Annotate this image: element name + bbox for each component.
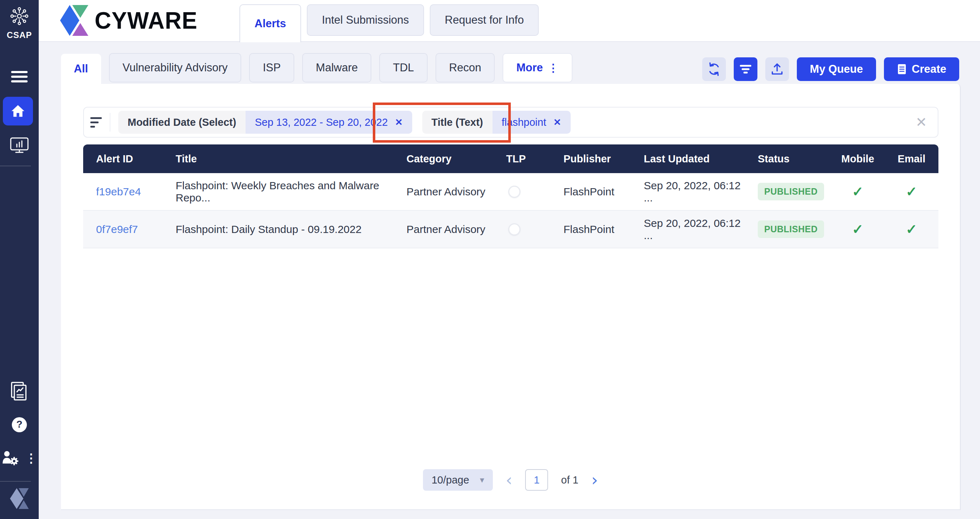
total-pages-label: of 1 <box>561 474 578 486</box>
export-button[interactable] <box>765 57 789 81</box>
tab-more[interactable]: More ⋮ <box>503 53 572 83</box>
brand-name: CYWARE <box>95 7 197 34</box>
alert-category: Partner Advisory <box>394 186 493 198</box>
brand-logo: CYWARE <box>59 4 197 37</box>
app-root: CSAP <box>0 0 980 519</box>
filter-chip-date-range[interactable]: Sep 13, 2022 - Sep 20, 2022 ✕ <box>245 111 412 134</box>
svg-text:?: ? <box>16 419 22 430</box>
category-tabs: All Vulnerability Advisory ISP Malware T… <box>61 53 573 84</box>
email-check-icon: ✓ <box>906 184 917 199</box>
table-row[interactable]: f19eb7e4 Flashpoint: Weekly Breaches and… <box>83 173 939 211</box>
alert-last-updated: Sep 20, 2022, 06:12 ... <box>631 180 746 204</box>
remove-date-filter-icon[interactable]: ✕ <box>395 117 403 128</box>
create-button[interactable]: Create <box>884 57 959 81</box>
alert-id-link[interactable]: f19eb7e4 <box>96 186 141 197</box>
user-gear-icon <box>2 449 21 466</box>
menu-toggle-button[interactable] <box>0 69 39 84</box>
filter-lines-icon[interactable] <box>90 117 103 127</box>
column-header-category: Category <box>394 153 493 165</box>
my-queue-button[interactable]: My Queue <box>797 57 876 81</box>
column-header-last-updated: Last Updated <box>631 153 746 165</box>
mobile-check-icon: ✓ <box>852 222 864 237</box>
tab-all[interactable]: All <box>61 54 101 84</box>
create-doc-icon <box>897 64 907 75</box>
filter-icon <box>739 64 752 75</box>
alerts-panel: Modified Date (Select) Sep 13, 2022 - Se… <box>61 84 961 510</box>
refresh-button[interactable] <box>702 57 726 81</box>
filter-button[interactable] <box>734 57 757 81</box>
alert-category: Partner Advisory <box>394 223 493 236</box>
tab-tdl[interactable]: TDL <box>379 53 428 83</box>
filter-bar: Modified Date (Select) Sep 13, 2022 - Se… <box>83 107 939 138</box>
tlp-white-indicator <box>508 223 520 236</box>
column-header-email: Email <box>885 153 939 165</box>
upload-icon <box>770 62 784 77</box>
dashboard-monitor-icon <box>10 137 29 154</box>
column-header-tlp: TLP <box>493 153 550 165</box>
main-tabs: Alerts Intel Submissions Request for Inf… <box>239 4 539 42</box>
filter-title: Title (Text) flashpoint ✕ <box>422 111 571 134</box>
tab-malware[interactable]: Malware <box>302 53 371 83</box>
kebab-menu-icon[interactable]: ⋮ <box>25 452 37 464</box>
status-badge: PUBLISHED <box>758 220 824 238</box>
filter-modified-date: Modified Date (Select) Sep 13, 2022 - Se… <box>118 111 412 134</box>
page-size-select[interactable]: 10/page ▾ <box>423 469 493 491</box>
more-kebab-icon: ⋮ <box>548 62 559 74</box>
tab-request-for-info[interactable]: Request for Info <box>430 4 539 36</box>
alert-id-link[interactable]: 0f7e9ef7 <box>96 223 138 235</box>
column-header-status: Status <box>746 153 831 165</box>
sidebar-divider-bottom <box>0 481 31 482</box>
cyware-sidebar-logo <box>0 487 39 510</box>
alerts-table: Alert ID Title Category TLP Publisher La… <box>83 145 939 248</box>
home-icon <box>10 103 26 119</box>
caret-down-icon: ▾ <box>480 475 484 485</box>
sidebar: CSAP <box>0 0 39 519</box>
status-badge: PUBLISHED <box>758 183 824 201</box>
clear-filters-icon[interactable]: ✕ <box>915 114 927 130</box>
sidebar-divider <box>0 166 31 166</box>
mobile-check-icon: ✓ <box>852 184 864 199</box>
column-header-title: Title <box>163 153 394 165</box>
filter-label-modified-date: Modified Date (Select) <box>118 111 245 134</box>
refresh-icon <box>706 62 722 77</box>
next-page-icon[interactable]: › <box>592 472 598 488</box>
tab-alerts[interactable]: Alerts <box>239 4 301 42</box>
csap-network-icon <box>9 6 30 27</box>
product-name: CSAP <box>0 30 39 40</box>
filter-chip-title[interactable]: flashpoint ✕ <box>493 111 571 134</box>
subnav-strip: All Vulnerability Advisory ISP Malware T… <box>39 42 980 84</box>
reports-icon <box>9 381 29 401</box>
filter-label-title: Title (Text) <box>422 111 493 134</box>
column-header-publisher: Publisher <box>550 153 631 165</box>
tab-intel-submissions[interactable]: Intel Submissions <box>307 4 424 36</box>
alert-publisher: FlashPoint <box>550 186 631 198</box>
tab-vulnerability-advisory[interactable]: Vulnerability Advisory <box>109 53 242 83</box>
column-header-mobile: Mobile <box>831 153 885 165</box>
alert-title: Flashpoint: Weekly Breaches and Malware … <box>163 180 394 204</box>
help-icon: ? <box>10 416 28 434</box>
table-row[interactable]: 0f7e9ef7 Flashpoint: Daily Standup - 09.… <box>83 211 939 248</box>
column-header-alert-id: Alert ID <box>83 153 163 165</box>
sidebar-item-help[interactable]: ? <box>0 416 39 434</box>
cyware-logo-icon <box>59 4 90 37</box>
sidebar-item-reports[interactable] <box>0 380 39 402</box>
filter-separator <box>110 113 110 132</box>
remove-title-filter-icon[interactable]: ✕ <box>554 117 561 128</box>
tab-isp[interactable]: ISP <box>249 53 294 83</box>
table-header-row: Alert ID Title Category TLP Publisher La… <box>83 145 939 173</box>
cyware-mark-icon <box>9 487 29 510</box>
alert-title: Flashpoint: Daily Standup - 09.19.2022 <box>163 223 394 236</box>
current-page-input[interactable] <box>525 469 548 491</box>
alert-publisher: FlashPoint <box>550 223 631 236</box>
tlp-white-indicator <box>508 186 520 198</box>
previous-page-icon[interactable]: ‹ <box>506 472 512 488</box>
sidebar-item-user-settings[interactable]: ⋮ <box>0 448 39 468</box>
top-header: CYWARE Alerts Intel Submissions Request … <box>39 0 980 42</box>
email-check-icon: ✓ <box>906 222 917 237</box>
sidebar-item-dashboard[interactable] <box>0 136 39 155</box>
sidebar-item-home[interactable] <box>3 97 33 126</box>
alert-last-updated: Sep 20, 2022, 06:12 ... <box>631 217 746 242</box>
toolbar-actions: My Queue Create <box>702 57 959 81</box>
tab-recon[interactable]: Recon <box>436 53 495 83</box>
csap-logo: CSAP <box>0 6 39 40</box>
